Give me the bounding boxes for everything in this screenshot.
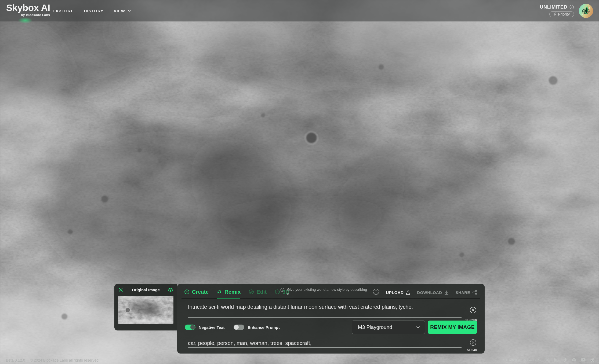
eye-icon <box>168 288 173 292</box>
reddit-social-icon[interactable] <box>590 358 595 362</box>
negative-text-toggle[interactable]: Negative Text <box>185 325 224 330</box>
share-button[interactable]: SHARE <box>455 290 477 295</box>
upload-icon <box>406 290 411 295</box>
youtube-social-icon[interactable] <box>581 358 586 362</box>
top-bar: Skybox AI by Blockade Labs EXPLORE HISTO… <box>0 0 599 21</box>
favorite-button[interactable] <box>372 289 380 296</box>
tab-create[interactable]: Create <box>184 288 209 296</box>
prompt-underline <box>188 317 462 318</box>
chevron-down-icon <box>416 326 420 329</box>
mode-hint-text: Give your existing world a new style by … <box>287 287 368 296</box>
plus-circle-icon <box>184 289 190 295</box>
copyright-label: © 2024 Blockade Labs all rights reserved <box>30 358 99 362</box>
mode-hint: Give your existing world a new style by … <box>280 287 368 296</box>
negative-char-counter: 51/340 <box>467 348 477 352</box>
app-logo[interactable]: Skybox AI by Blockade Labs <box>6 3 50 17</box>
heart-icon <box>372 289 380 296</box>
prompt-input[interactable]: Intricate sci-fi world map detailing a d… <box>188 303 451 311</box>
remix-my-image-button[interactable]: REMIX MY IMAGE <box>428 321 477 334</box>
toggle-switch[interactable] <box>185 325 195 330</box>
share-icon <box>472 290 477 295</box>
priority-label: Priority <box>558 12 570 16</box>
version-label: Beta 0.12.0 <box>6 358 25 362</box>
enhance-prompt-toggle[interactable]: Enhance Prompt <box>234 325 279 330</box>
lightning-icon <box>554 12 556 16</box>
toggle-switch[interactable] <box>234 325 244 330</box>
nav-view[interactable]: VIEW <box>114 9 131 13</box>
clear-prompt-button[interactable] <box>470 307 477 314</box>
discord-social-icon[interactable] <box>572 358 576 362</box>
divider-horizontal <box>181 298 480 299</box>
negative-prompt-input[interactable]: car, people, person, man, woman, trees, … <box>188 339 451 347</box>
remix-arrows-icon <box>217 289 222 295</box>
sphere-icon <box>275 289 280 295</box>
model-select[interactable]: M3 Playground <box>352 321 425 334</box>
footer-right: SERVICE STATUS <box>503 358 595 362</box>
avatar[interactable] <box>579 4 593 18</box>
priority-badge[interactable]: Priority <box>549 11 574 17</box>
original-image-panel: Original Image <box>114 284 177 330</box>
tab-edit[interactable]: Edit <box>249 288 267 296</box>
chevron-down-icon <box>128 10 131 12</box>
mode-tabs: Create Remix Edit 3D <box>184 288 289 296</box>
model-select-value: M3 Playground <box>358 324 392 330</box>
account-area: UNLIMITED Priority <box>540 0 593 21</box>
green-glow-indicator <box>15 16 35 25</box>
clear-negative-button[interactable] <box>470 339 477 346</box>
x-social-icon[interactable] <box>545 358 550 362</box>
clear-circle-icon <box>470 339 477 346</box>
info-icon <box>280 288 284 292</box>
clear-circle-icon <box>470 307 477 314</box>
nav-explore[interactable]: EXPLORE <box>53 9 74 13</box>
avatar-globe-icon <box>579 4 593 18</box>
nav-history[interactable]: HISTORY <box>84 9 104 13</box>
plan-info: UNLIMITED Priority <box>540 4 574 17</box>
tab-remix[interactable]: Remix <box>217 288 241 296</box>
remix-panel: Create Remix Edit 3D <box>177 284 485 354</box>
download-icon <box>444 290 449 295</box>
toggle-row: Negative Text Enhance Prompt <box>185 321 280 334</box>
download-button[interactable]: DOWNLOAD <box>417 290 449 295</box>
toggle-visibility-button[interactable] <box>168 288 173 292</box>
service-status-link[interactable]: SERVICE STATUS <box>503 358 541 362</box>
main-nav: EXPLORE HISTORY VIEW <box>53 0 131 21</box>
info-icon[interactable] <box>569 5 574 9</box>
plan-tier-label: UNLIMITED <box>540 4 568 10</box>
panel-actions: UPLOAD DOWNLOAD SHARE <box>372 287 477 298</box>
instagram-social-icon[interactable] <box>554 358 558 362</box>
app-title: Skybox AI <box>6 3 50 13</box>
pencil-circle-icon <box>249 289 254 295</box>
original-image-thumbnail <box>118 296 173 324</box>
footer-left: Beta 0.12.0 © 2024 Blockade Labs all rig… <box>6 358 99 362</box>
divider-vertical <box>276 287 276 298</box>
negative-underline <box>188 347 462 348</box>
upload-button[interactable]: UPLOAD <box>386 290 411 295</box>
tiktok-social-icon[interactable] <box>563 358 567 362</box>
